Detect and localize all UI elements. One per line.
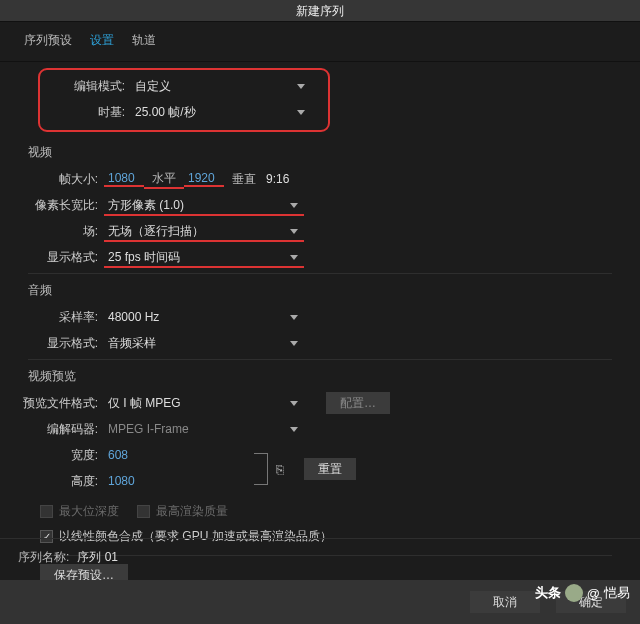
tab-settings[interactable]: 设置 [90,28,114,53]
prev-height-label: 高度: [20,473,104,490]
watermark-avatar [565,584,583,602]
displayfmt-dropdown[interactable]: 25 fps 时间码 [104,246,304,268]
maxdepth-checkbox[interactable]: 最大位深度 [40,503,119,520]
checkbox-box [40,505,53,518]
editmode-dropdown[interactable]: 自定义 [131,75,311,97]
config-button[interactable]: 配置… [326,392,390,414]
videopreview-section: 视频预览 [8,364,632,391]
fields-dropdown[interactable]: 无场（逐行扫描） [104,220,304,242]
horiz-label: 水平 [144,170,184,189]
timebase-label: 时基: [46,104,131,121]
reset-button[interactable]: 重置 [304,458,356,480]
prev-height-input[interactable]: 1080 [104,474,254,488]
vert-label: 垂直 [224,171,264,188]
link-bracket [254,453,268,485]
maxquality-checkbox[interactable]: 最高渲染质量 [137,503,228,520]
codec-dropdown: MPEG I-Frame [104,418,304,440]
prev-width-input[interactable]: 608 [104,448,254,462]
audio-section: 音频 [8,278,632,305]
watermark-name: 恺易 [604,584,630,602]
video-section: 视频 [8,140,632,167]
watermark: 头条 @ 恺易 [535,584,630,602]
sequence-name-row: 序列名称: 序列 01 [0,538,640,576]
framesize-label: 帧大小: [44,171,104,188]
audio-displayfmt-dropdown[interactable]: 音频采样 [104,332,304,354]
previewfmt-dropdown[interactable]: 仅 I 帧 MPEG [104,392,304,414]
prev-width-label: 宽度: [20,447,104,464]
frame-width-input[interactable]: 1080 [104,171,144,187]
tab-tracks[interactable]: 轨道 [132,28,156,53]
watermark-brand: 头条 [535,584,561,602]
checkbox-box [137,505,150,518]
frame-height-input[interactable]: 1920 [184,171,224,187]
codec-label: 编解码器: [20,421,104,438]
previewfmt-label: 预览文件格式: [20,395,104,412]
seqname-input[interactable]: 序列 01 [77,549,118,566]
pixelaspect-label: 像素长宽比: [30,197,104,214]
timebase-dropdown[interactable]: 25.00 帧/秒 [131,101,311,123]
cancel-button[interactable]: 取消 [470,591,540,613]
seqname-label: 序列名称: [18,549,69,566]
editmode-label: 编辑模式: [46,78,131,95]
audio-displayfmt-label: 显示格式: [30,335,104,352]
aspect-display: 9:16 [264,172,297,186]
link-icon[interactable]: ⎘ [268,462,292,477]
displayfmt-label: 显示格式: [30,249,104,266]
tabs: 序列预设 设置 轨道 [0,22,640,62]
watermark-at: @ [587,586,600,601]
samplerate-dropdown[interactable]: 48000 Hz [104,306,304,328]
window-title: 新建序列 [0,0,640,22]
maxdepth-label: 最大位深度 [59,503,119,520]
fields-label: 场: [30,223,104,240]
tab-presets[interactable]: 序列预设 [24,28,72,53]
samplerate-label: 采样率: [30,309,104,326]
editmode-highlight: 编辑模式: 自定义 时基: 25.00 帧/秒 [38,68,330,132]
pixelaspect-dropdown[interactable]: 方形像素 (1.0) [104,194,304,216]
maxquality-label: 最高渲染质量 [156,503,228,520]
